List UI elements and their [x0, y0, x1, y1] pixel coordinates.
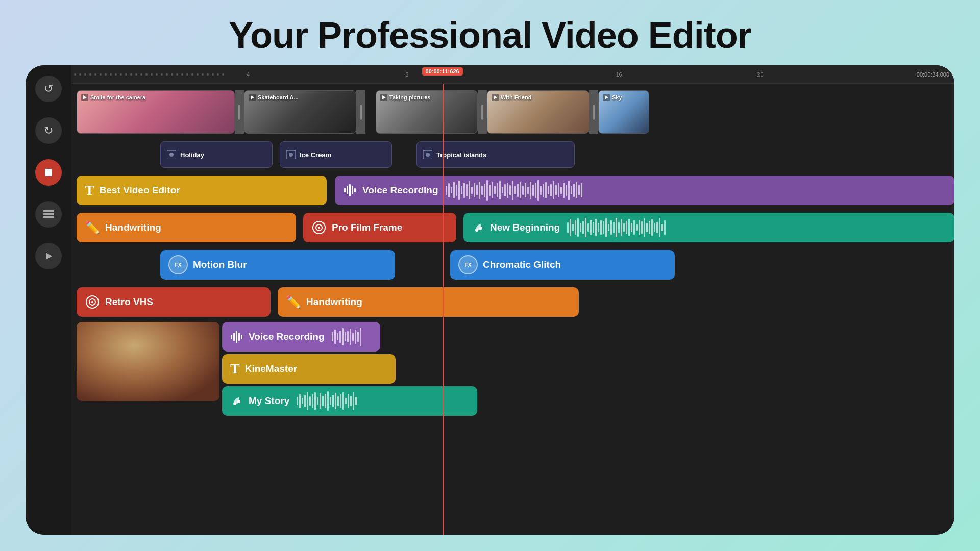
- track-row-2: ✏️ Handwriting Pro Film Frame: [71, 210, 954, 245]
- waveform-icon: [343, 183, 357, 197]
- track-label: Chromatic Glitch: [483, 259, 561, 270]
- track-label: Motion Blur: [193, 259, 247, 270]
- layers-button[interactable]: [35, 201, 62, 228]
- playhead-time-badge: 00:00:11:626: [422, 66, 463, 76]
- track-label: Best Video Editor: [100, 185, 180, 196]
- svg-rect-10: [360, 105, 362, 120]
- svg-point-34: [479, 227, 482, 230]
- track-label: Pro Film Frame: [332, 222, 402, 233]
- pencil-icon: ✏️: [85, 220, 100, 235]
- svg-rect-29: [354, 188, 356, 192]
- svg-rect-3: [43, 216, 54, 218]
- svg-point-43: [233, 402, 236, 405]
- track-row-1: T Best Video Editor Voice Recording: [71, 173, 954, 208]
- svg-rect-16: [593, 105, 595, 120]
- svg-rect-26: [347, 186, 348, 194]
- track-best-video-editor[interactable]: T Best Video Editor: [77, 176, 327, 205]
- track-pro-film-frame[interactable]: Pro Film Frame: [303, 213, 456, 242]
- track-label: Voice Recording: [362, 185, 438, 196]
- svg-point-44: [237, 400, 240, 403]
- text-icon: T: [85, 182, 94, 198]
- video-preview: [77, 322, 219, 401]
- svg-rect-0: [45, 169, 52, 176]
- tracks-container[interactable]: Smile for the camera Skateboard A...: [71, 84, 954, 535]
- waveform-bars-small: [332, 328, 361, 346]
- clip-handle-1[interactable]: [235, 90, 244, 134]
- track-handwriting[interactable]: ✏️ Handwriting: [77, 213, 296, 242]
- bottom-section: Voice Recording T KineMaster: [77, 322, 954, 416]
- clip-handle-4[interactable]: [589, 90, 598, 134]
- main-editing-area: // We'll just output the ruler as static…: [71, 65, 954, 535]
- svg-point-33: [475, 229, 478, 232]
- waveform-icon-small: [230, 330, 243, 343]
- page-title: Your Professional Video Editor: [229, 14, 751, 56]
- track-label: Retro VHS: [105, 296, 153, 308]
- music-icon-2: [230, 394, 243, 408]
- svg-point-22: [289, 153, 293, 157]
- svg-rect-28: [352, 186, 353, 194]
- track-chromatic-glitch[interactable]: FX Chromatic Glitch: [450, 250, 675, 280]
- text-icon-2: T: [230, 361, 240, 377]
- track-handwriting-2[interactable]: ✏️ Handwriting: [278, 287, 579, 317]
- svg-rect-2: [43, 213, 54, 215]
- clip-skate[interactable]: Skateboard A...: [244, 90, 356, 134]
- track-label: KineMaster: [245, 363, 297, 374]
- export-button[interactable]: [35, 243, 62, 269]
- clip-handle-2[interactable]: [356, 90, 365, 134]
- svg-rect-38: [231, 335, 232, 339]
- media-clips-row: Holiday Ice Cream Tropical islands: [71, 139, 954, 170]
- track-label: New Beginning: [490, 222, 560, 233]
- track-retro-vhs[interactable]: Retro VHS: [77, 287, 271, 317]
- svg-rect-27: [349, 184, 351, 196]
- right-tracks: Voice Recording T KineMaster: [222, 322, 954, 416]
- record-button[interactable]: [35, 159, 62, 186]
- redo-button[interactable]: ↻: [35, 117, 62, 144]
- pencil-icon-2: ✏️: [286, 295, 301, 309]
- vhs-icon: [85, 294, 100, 310]
- video-clips-row: Smile for the camera Skateboard A...: [71, 88, 954, 136]
- svg-rect-40: [236, 331, 237, 343]
- clip-sky[interactable]: Sky: [598, 90, 649, 134]
- svg-point-20: [169, 153, 174, 157]
- fx-badge-motion-blur: FX: [168, 255, 188, 274]
- svg-point-32: [318, 227, 320, 229]
- waveform-bars-story: [297, 391, 357, 411]
- media-tropical[interactable]: Tropical islands: [416, 141, 575, 168]
- media-ice-cream[interactable]: Ice Cream: [280, 141, 392, 168]
- track-label: Handwriting: [306, 296, 362, 308]
- sidebar: ↺ ↻: [26, 65, 71, 535]
- clip-smile[interactable]: Smile for the camera: [77, 90, 235, 134]
- svg-point-24: [426, 153, 430, 157]
- track-label: My Story: [249, 395, 289, 407]
- waveform-bars: [446, 180, 582, 201]
- track-row-4: Retro VHS ✏️ Handwriting: [77, 285, 954, 319]
- track-label: Handwriting: [105, 222, 161, 233]
- svg-rect-25: [344, 188, 346, 192]
- track-voice-small[interactable]: Voice Recording: [222, 322, 380, 352]
- svg-rect-39: [233, 333, 235, 341]
- track-my-story[interactable]: My Story: [222, 386, 477, 416]
- clip-taking[interactable]: Taking pictures: [376, 90, 478, 134]
- svg-rect-13: [481, 105, 483, 120]
- svg-point-37: [91, 301, 93, 303]
- track-label: Voice Recording: [249, 331, 325, 342]
- clip-handle-3[interactable]: [478, 90, 487, 134]
- track-motion-blur[interactable]: FX Motion Blur: [160, 250, 395, 280]
- svg-rect-42: [241, 335, 242, 339]
- waveform-bars: [567, 218, 666, 237]
- track-new-beginning[interactable]: New Beginning: [463, 213, 954, 242]
- fx-badge-chromatic-glitch: FX: [458, 255, 478, 274]
- media-holiday[interactable]: Holiday: [160, 141, 273, 168]
- track-row-3: FX Motion Blur FX Chromatic Glitch: [71, 247, 954, 282]
- svg-marker-4: [46, 253, 52, 260]
- target-icon: [311, 220, 327, 235]
- track-kinemaster[interactable]: T KineMaster: [222, 354, 396, 384]
- end-time: 00:00:34.000: [917, 71, 949, 78]
- svg-rect-41: [238, 333, 240, 341]
- clip-friend[interactable]: With Friend: [487, 90, 589, 134]
- undo-button[interactable]: ↺: [35, 76, 62, 102]
- music-icon: [472, 221, 485, 234]
- tablet-frame: ↺ ↻ // We'll just output the ruler as st…: [26, 65, 954, 535]
- track-voice-recording[interactable]: Voice Recording: [335, 176, 954, 205]
- svg-rect-1: [43, 210, 54, 212]
